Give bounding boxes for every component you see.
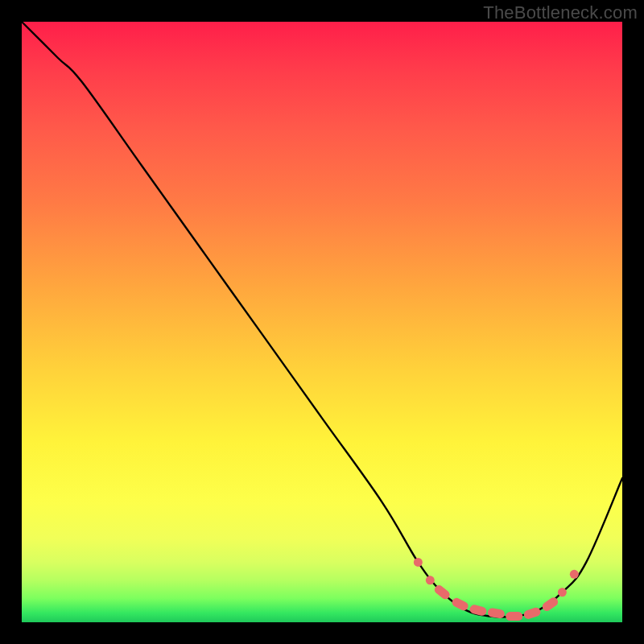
highlight-marker [414,558,423,567]
curve-layer [22,22,622,622]
highlight-marker [506,612,522,621]
chart-frame: TheBottleneck.com [0,0,644,644]
highlight-markers [414,558,579,621]
highlight-marker [469,604,487,617]
watermark-text: TheBottleneck.com [483,2,638,23]
highlight-marker [487,608,506,619]
gradient-plot-area [22,22,622,622]
highlight-marker [522,606,541,620]
bottleneck-curve [22,22,622,617]
highlight-marker [570,570,579,579]
